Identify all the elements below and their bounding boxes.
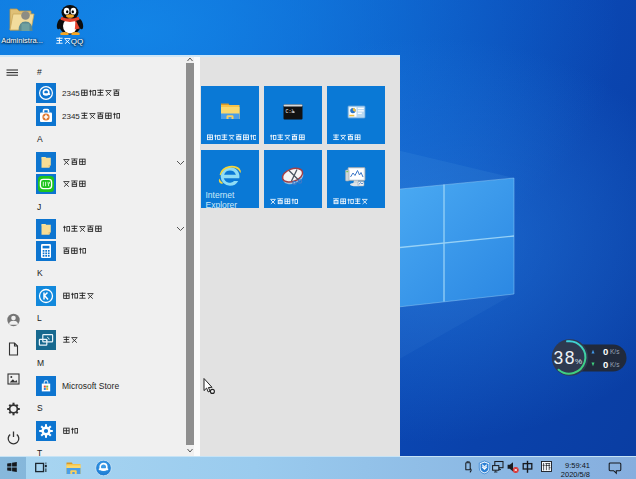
svg-text:0: 0 [603,346,608,357]
svg-text:%: % [575,357,582,366]
svg-text:38: 38 [554,348,575,368]
svg-text:0: 0 [603,359,608,370]
svg-text:K/s: K/s [610,348,620,355]
svg-text:K/s: K/s [610,361,620,368]
